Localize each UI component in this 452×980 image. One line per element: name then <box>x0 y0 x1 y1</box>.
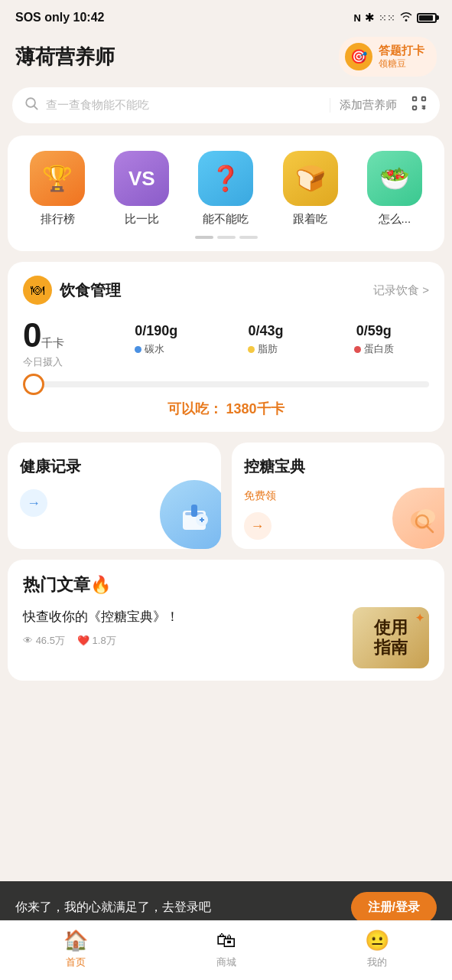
cat-icon-follow: 🍞 <box>283 151 338 206</box>
diet-stats: 0千卡 今日摄入 0/190g 碳水 0/43g 脂肪 0/59g <box>23 318 429 369</box>
svg-line-17 <box>427 526 433 532</box>
guide-star-icon: ✦ <box>415 612 424 624</box>
can-eat-prefix: 可以吃： <box>167 401 223 416</box>
diet-section: 🍽 饮食管理 记录饮食 > 0千卡 今日摄入 0/190g 碳水 0/43g <box>8 262 444 432</box>
nav-item-home[interactable]: 🏠 首页 <box>45 929 106 969</box>
status-right-icons: N ✱ ⁙⁙ <box>354 11 437 24</box>
dati-emoji: 🎯 <box>350 48 367 65</box>
bt-icon: ✱ <box>365 11 375 24</box>
svg-line-1 <box>34 106 37 109</box>
scan-icon[interactable] <box>411 95 428 116</box>
svg-rect-4 <box>413 106 417 110</box>
fat-val: 0/43g <box>248 323 283 339</box>
nfc-icon: N <box>354 12 361 24</box>
status-time: SOS only 10:42 <box>15 11 105 24</box>
category-section: 🏆 排行榜 VS 比一比 ❓ 能不能吃 🍞 跟着吃 🥗 怎么... <box>8 136 444 251</box>
scroll-indicator <box>15 236 437 239</box>
article-text-0: 快查收你的《控糖宝典》！ 👁 46.5万 ❤️ 1.8万 <box>23 607 342 648</box>
sugar-arrow-btn[interactable]: → <box>244 512 272 540</box>
category-item-4[interactable]: 🥗 怎么... <box>364 151 425 227</box>
articles-section: 热门文章🔥 快查收你的《控糖宝典》！ 👁 46.5万 ❤️ 1.8万 使用指南 … <box>8 560 444 681</box>
progress-circle <box>23 374 44 395</box>
cat-label-3: 跟着吃 <box>293 212 327 227</box>
health-card-title: 健康记录 <box>20 456 209 477</box>
search-magnify-icon <box>412 511 437 541</box>
dati-badge[interactable]: 🎯 答题打卡 领糖豆 <box>339 37 437 77</box>
carb-val: 0/190g <box>135 323 177 339</box>
dot-2 <box>239 236 258 239</box>
carb-label: 碳水 <box>135 342 177 356</box>
protein-dot <box>354 346 361 353</box>
add-nutritionist-btn[interactable]: 添加营养师 <box>330 98 397 113</box>
home-icon: 🏠 <box>63 929 88 952</box>
stat-fat: 0/43g 脂肪 <box>248 323 283 356</box>
sugar-card-title: 控糖宝典 <box>244 456 433 477</box>
article-stats-0: 👁 46.5万 ❤️ 1.8万 <box>23 633 342 648</box>
article-reads: 👁 46.5万 <box>23 633 65 648</box>
calories-main: 0千卡 今日摄入 <box>23 318 99 369</box>
stat-protein: 0/59g 蛋白质 <box>354 323 394 356</box>
calories-unit: 千卡 <box>41 336 64 349</box>
calories-progress <box>23 381 429 387</box>
category-item-0[interactable]: 🏆 排行榜 <box>27 151 88 227</box>
macro-stats: 0/190g 碳水 0/43g 脂肪 0/59g 蛋白质 <box>99 318 429 356</box>
calories-value: 0 <box>23 316 41 354</box>
svg-rect-3 <box>422 97 426 101</box>
cat-label-2: 能不能吃 <box>203 212 249 227</box>
login-banner-text: 你来了，我的心就满足了，去登录吧 <box>15 900 211 916</box>
cat-label-0: 排行榜 <box>41 212 75 227</box>
nav-label-shop: 商城 <box>216 956 236 969</box>
header: 薄荷营养师 🎯 答题打卡 领糖豆 <box>0 29 452 87</box>
protein-val: 0/59g <box>354 323 394 339</box>
status-bar: SOS only 10:42 N ✱ ⁙⁙ <box>0 0 452 29</box>
mine-icon: 😐 <box>365 929 389 952</box>
search-placeholder[interactable]: 查一查食物能不能吃 <box>46 98 322 113</box>
sugar-card[interactable]: 控糖宝典 免费领 → <box>232 443 445 549</box>
wifi-icon <box>399 11 413 24</box>
can-eat-row: 可以吃： 1380千卡 <box>23 400 429 418</box>
cat-icon-compare: VS <box>114 151 169 206</box>
search-section: 查一查食物能不能吃 添加营养师 <box>0 87 452 136</box>
cat-icon-how: 🥗 <box>367 151 422 206</box>
search-icon <box>24 96 38 114</box>
nav-label-mine: 我的 <box>367 956 387 969</box>
article-item-0[interactable]: 快查收你的《控糖宝典》！ 👁 46.5万 ❤️ 1.8万 使用指南 ✦ <box>23 607 429 681</box>
fat-label: 脂肪 <box>248 342 283 356</box>
category-item-3[interactable]: 🍞 跟着吃 <box>280 151 341 227</box>
dot-1 <box>217 236 236 239</box>
health-card[interactable]: 健康记录 → <box>8 443 221 549</box>
carb-dot <box>135 346 141 353</box>
dot-0 <box>195 236 213 239</box>
article-thumb-0: 使用指南 ✦ <box>353 607 429 668</box>
calories-label: 今日摄入 <box>23 355 99 369</box>
guide-text: 使用指南 <box>374 618 408 658</box>
dati-text: 答题打卡 领糖豆 <box>379 43 424 70</box>
protein-label: 蛋白质 <box>354 342 394 356</box>
category-item-2[interactable]: ❓ 能不能吃 <box>195 151 256 227</box>
stat-carb: 0/190g 碳水 <box>135 323 177 356</box>
health-arrow-btn[interactable]: → <box>20 489 47 517</box>
articles-title: 热门文章🔥 <box>23 573 429 596</box>
nav-item-mine[interactable]: 😐 我的 <box>346 929 408 969</box>
diet-title-row: 🍽 饮食管理 <box>23 276 121 305</box>
cat-icon-ranking: 🏆 <box>30 151 85 206</box>
shop-icon: 🛍 <box>216 929 236 952</box>
dati-bot: 领糖豆 <box>379 58 424 70</box>
diet-icon: 🍽 <box>23 276 52 305</box>
dati-top: 答题打卡 <box>379 43 424 58</box>
login-button[interactable]: 注册/登录 <box>351 892 437 923</box>
article-title-0: 快查收你的《控糖宝典》！ <box>23 607 342 627</box>
signal-icon: ⁙⁙ <box>379 12 395 24</box>
diet-title: 饮食管理 <box>60 280 121 301</box>
fat-dot <box>248 346 255 353</box>
cat-label-4: 怎么... <box>379 212 411 227</box>
nav-label-home: 首页 <box>66 956 86 969</box>
article-likes: ❤️ 1.8万 <box>77 633 116 648</box>
search-bar[interactable]: 查一查食物能不能吃 添加营养师 <box>12 87 440 123</box>
can-eat-value: 1380千卡 <box>226 401 285 416</box>
diet-header: 🍽 饮食管理 记录饮食 > <box>23 276 429 305</box>
record-link[interactable]: 记录饮食 > <box>373 283 429 298</box>
nav-item-shop[interactable]: 🛍 商城 <box>196 929 257 969</box>
battery-icon <box>417 13 437 23</box>
category-item-1[interactable]: VS 比一比 <box>111 151 172 227</box>
